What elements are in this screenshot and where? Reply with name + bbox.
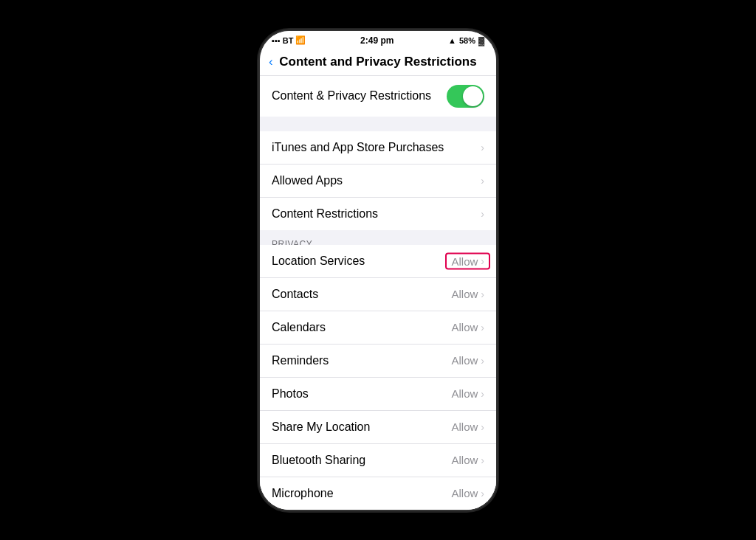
time-label: 2:49 pm xyxy=(360,35,394,46)
list-item-share-my-location[interactable]: Share My Location Allow › xyxy=(260,411,496,444)
battery-icon: ▓ xyxy=(478,36,484,45)
list-item-itunes[interactable]: iTunes and App Store Purchases › xyxy=(260,131,496,165)
allowed-apps-right: › xyxy=(481,175,484,187)
content-restrictions-chevron-icon: › xyxy=(481,208,484,220)
photos-chevron-icon: › xyxy=(481,388,484,400)
location-services-chevron-icon: › xyxy=(481,255,484,267)
wifi-icon: 📶 xyxy=(295,35,306,45)
contacts-label: Contacts xyxy=(272,288,318,301)
back-chevron-icon: ‹ xyxy=(269,55,273,69)
bluetooth-sharing-right: Allow › xyxy=(451,454,484,466)
location-services-label: Location Services xyxy=(272,255,365,268)
toggle-switch[interactable] xyxy=(447,85,484,108)
phone-container: ▪▪▪ BT 📶 2:49 pm ▲ 58% ▓ ‹ Content and P… xyxy=(260,31,496,510)
bluetooth-sharing-chevron-icon: › xyxy=(481,454,484,466)
content-restrictions-label: Content Restrictions xyxy=(272,207,378,221)
bluetooth-sharing-value: Allow xyxy=(451,454,478,466)
allowed-apps-label: Allowed Apps xyxy=(272,174,343,187)
signal-icon: ▪▪▪ xyxy=(272,36,281,45)
battery-label: 58% xyxy=(459,36,475,45)
toggle-label: Content & Privacy Restrictions xyxy=(272,89,431,103)
calendars-right: Allow › xyxy=(451,321,484,333)
list-item-bluetooth-sharing[interactable]: Bluetooth Sharing Allow › xyxy=(260,444,496,477)
page-title: Content and Privacy Restrictions xyxy=(279,55,476,69)
itunes-right: › xyxy=(481,142,484,153)
back-button[interactable]: ‹ xyxy=(269,55,273,69)
photos-right: Allow › xyxy=(451,387,484,400)
list-item-allowed-apps[interactable]: Allowed Apps › xyxy=(260,165,496,198)
share-my-location-right: Allow › xyxy=(451,420,484,433)
contacts-right: Allow › xyxy=(451,288,484,300)
share-my-location-value: Allow xyxy=(451,420,478,433)
share-my-location-chevron-icon: › xyxy=(481,421,484,433)
list-item-location-services[interactable]: Location Services Allow › xyxy=(260,245,496,278)
content-area: Content & Privacy Restrictions iTunes an… xyxy=(260,76,496,510)
nav-bar: ‹ Content and Privacy Restrictions xyxy=(260,49,496,76)
photos-value: Allow xyxy=(451,387,478,400)
list-item-microphone[interactable]: Microphone Allow › xyxy=(260,477,496,510)
itunes-chevron-icon: › xyxy=(481,142,484,153)
microphone-right: Allow › xyxy=(451,487,484,499)
location-services-highlight: Allow › xyxy=(445,252,490,269)
spacer-2: PRIVACY xyxy=(260,230,496,245)
reminders-chevron-icon: › xyxy=(481,355,484,367)
allowed-apps-chevron-icon: › xyxy=(481,175,484,187)
reminders-label: Reminders xyxy=(272,354,329,367)
carrier-label: BT xyxy=(283,36,294,45)
status-left: ▪▪▪ BT 📶 xyxy=(272,35,306,45)
reminders-right: Allow › xyxy=(451,354,484,367)
privacy-section: Location Services Allow › Contacts Allow… xyxy=(260,245,496,510)
content-restrictions-right: › xyxy=(481,208,484,220)
list-item-reminders[interactable]: Reminders Allow › xyxy=(260,345,496,378)
contacts-value: Allow xyxy=(451,288,478,300)
location-services-value: Allow xyxy=(451,255,478,267)
list-item-photos[interactable]: Photos Allow › xyxy=(260,378,496,411)
list-item-content-restrictions[interactable]: Content Restrictions › xyxy=(260,198,496,230)
calendars-label: Calendars xyxy=(272,321,326,334)
status-right: ▲ 58% ▓ xyxy=(448,36,484,45)
location-icon: ▲ xyxy=(448,36,456,45)
calendars-chevron-icon: › xyxy=(481,322,484,333)
list-item-contacts[interactable]: Contacts Allow › xyxy=(260,278,496,311)
microphone-value: Allow xyxy=(451,487,478,499)
spacer-1 xyxy=(260,117,496,131)
toggle-row: Content & Privacy Restrictions xyxy=(260,76,496,117)
reminders-value: Allow xyxy=(451,354,478,367)
main-section: iTunes and App Store Purchases › Allowed… xyxy=(260,131,496,230)
photos-label: Photos xyxy=(272,387,309,401)
contacts-chevron-icon: › xyxy=(481,288,484,300)
status-bar: ▪▪▪ BT 📶 2:49 pm ▲ 58% ▓ xyxy=(260,31,496,49)
microphone-chevron-icon: › xyxy=(481,488,484,499)
toggle-knob xyxy=(463,86,483,106)
microphone-label: Microphone xyxy=(272,487,334,500)
list-item-calendars[interactable]: Calendars Allow › xyxy=(260,311,496,345)
share-my-location-label: Share My Location xyxy=(272,420,370,434)
bluetooth-sharing-label: Bluetooth Sharing xyxy=(272,454,365,467)
itunes-label: iTunes and App Store Purchases xyxy=(272,141,444,154)
calendars-value: Allow xyxy=(451,321,478,333)
